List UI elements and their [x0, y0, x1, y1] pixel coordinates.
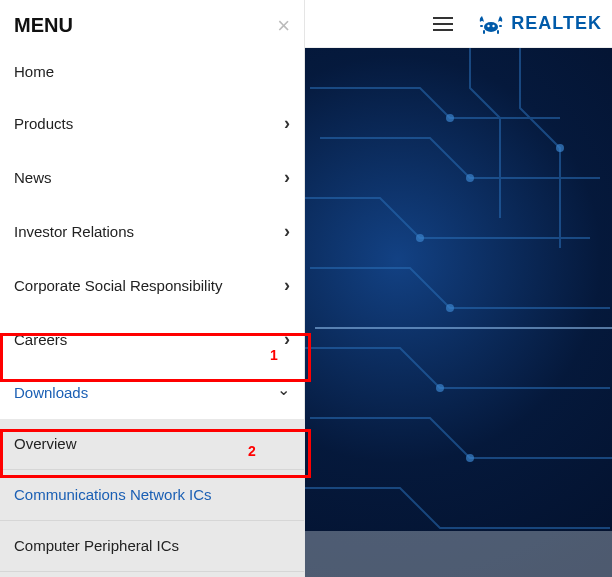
menu-item-products[interactable]: Products [0, 97, 304, 151]
menu-title: MENU [14, 14, 73, 37]
menu-item-label: Investor Relations [14, 223, 134, 240]
svg-point-6 [493, 24, 495, 26]
menu-panel: MENU × Home Products News Investor Relat… [0, 0, 305, 577]
submenu-item-overview[interactable]: Overview [0, 419, 304, 469]
close-icon[interactable]: × [277, 15, 290, 37]
menu-item-label: Products [14, 115, 73, 132]
menu-item-news[interactable]: News [0, 151, 304, 205]
svg-point-13 [556, 144, 564, 152]
svg-rect-3 [480, 25, 483, 27]
chevron-right-icon [284, 113, 290, 134]
menu-item-home[interactable]: Home [0, 47, 304, 97]
submenu-item-computer-peripheral-ics[interactable]: Computer Peripheral ICs [0, 520, 304, 571]
menu-item-label: Home [14, 63, 54, 80]
svg-point-8 [466, 174, 474, 182]
svg-rect-4 [499, 25, 502, 27]
menu-header: MENU × [0, 0, 304, 47]
submenu-item-label: Overview [14, 435, 77, 452]
chevron-right-icon [284, 221, 290, 242]
svg-point-9 [416, 234, 424, 242]
menu-item-label: Downloads [14, 384, 88, 401]
submenu-item-label: Computer Peripheral ICs [14, 537, 179, 554]
hamburger-icon[interactable] [433, 17, 453, 31]
svg-point-11 [436, 384, 444, 392]
menu-item-label: Corporate Social Responsibility [14, 277, 222, 294]
menu-item-investor-relations[interactable]: Investor Relations [0, 205, 304, 259]
svg-point-10 [446, 304, 454, 312]
chevron-right-icon [284, 329, 290, 350]
submenu-item-label: Communications Network ICs [14, 486, 212, 503]
svg-point-12 [466, 454, 474, 462]
svg-rect-2 [497, 30, 499, 34]
brand[interactable]: REALTEK [477, 12, 602, 36]
chevron-right-icon [284, 275, 290, 296]
menu-item-csr[interactable]: Corporate Social Responsibility [0, 259, 304, 313]
submenu-downloads: Overview Communications Network ICs Comp… [0, 419, 304, 577]
chevron-right-icon [284, 167, 290, 188]
svg-point-7 [446, 114, 454, 122]
submenu-item-communications-network-ics[interactable]: Communications Network ICs [0, 469, 304, 520]
svg-rect-1 [483, 30, 485, 34]
menu-list: Home Products News Investor Relations Co… [0, 47, 304, 577]
menu-item-careers[interactable]: Careers [0, 313, 304, 367]
menu-item-label: News [14, 169, 52, 186]
svg-point-5 [488, 24, 490, 26]
svg-point-0 [484, 22, 498, 32]
chevron-down-icon [277, 383, 290, 402]
brand-name: REALTEK [511, 13, 602, 34]
submenu-item-multimedia-ics[interactable]: Multimedia ICs [0, 571, 304, 577]
app-root: REALTEK [0, 0, 612, 577]
menu-item-label: Careers [14, 331, 67, 348]
crab-logo-icon [477, 12, 505, 36]
menu-item-downloads[interactable]: Downloads [0, 367, 304, 419]
